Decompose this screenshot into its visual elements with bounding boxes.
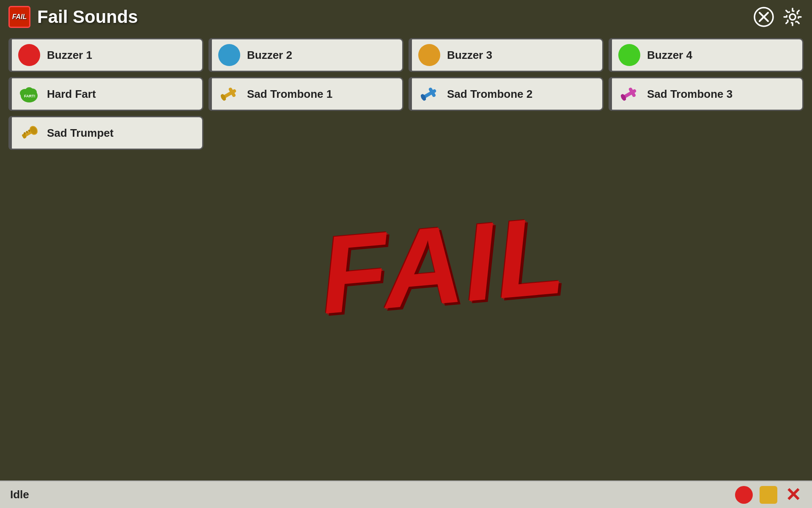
sadtrombone3-button[interactable]: Sad Trombone 3 — [609, 77, 804, 111]
sadtrombone3-label: Sad Trombone 3 — [647, 88, 732, 101]
status-text: Idle — [10, 488, 735, 501]
sadtrumpet-icon — [18, 122, 40, 144]
sadtrombone2-label: Sad Trombone 2 — [447, 88, 532, 101]
dismiss-button[interactable]: ✕ — [784, 486, 802, 504]
buzzer4-icon — [618, 44, 640, 66]
sadtrombone3-icon — [618, 83, 640, 105]
sadtrumpet-label: Sad Trumpet — [47, 127, 113, 140]
buzzer1-label: Buzzer 1 — [47, 49, 92, 62]
buzzer2-icon — [218, 44, 240, 66]
sadtrombone1-label: Sad Trombone 1 — [247, 88, 332, 101]
fail-display: FAIL — [316, 199, 570, 330]
play-button[interactable] — [735, 486, 753, 504]
status-bar: Idle ✕ — [0, 480, 812, 508]
hardfart-icon: FART! — [18, 83, 40, 105]
svg-point-8 — [25, 87, 33, 94]
buzzer3-label: Buzzer 3 — [447, 49, 492, 62]
buzzer2-button[interactable]: Buzzer 2 — [208, 38, 403, 72]
hardfart-label: Hard Fart — [47, 88, 96, 101]
sadtrombone1-button[interactable]: Sad Trombone 1 — [208, 77, 403, 111]
svg-text:FART!: FART! — [24, 94, 36, 98]
status-controls: ✕ — [735, 486, 802, 504]
sadtrumpet-button[interactable]: Sad Trumpet — [8, 116, 203, 150]
app-logo: FAIL — [8, 6, 30, 28]
buzzer1-icon — [18, 44, 40, 66]
buzzer1-button[interactable]: Buzzer 1 — [8, 38, 203, 72]
header: FAIL Fail Sounds — [0, 0, 812, 34]
svg-point-3 — [790, 14, 796, 20]
app-title: Fail Sounds — [37, 7, 138, 27]
sadtrombone2-button[interactable]: Sad Trombone 2 — [409, 77, 604, 111]
settings-button[interactable] — [782, 6, 804, 28]
header-controls — [753, 6, 804, 28]
sadtrombone2-icon — [418, 83, 440, 105]
buttons-grid: Buzzer 1 Buzzer 2 Buzzer 3 Buzzer 4 FART… — [0, 34, 812, 154]
buzzer3-icon — [418, 44, 440, 66]
stop-button[interactable] — [760, 486, 777, 504]
buzzer3-button[interactable]: Buzzer 3 — [409, 38, 604, 72]
hardfart-button[interactable]: FART! Hard Fart — [8, 77, 203, 111]
buzzer2-label: Buzzer 2 — [247, 49, 292, 62]
close-button[interactable] — [753, 6, 775, 28]
buzzer4-button[interactable]: Buzzer 4 — [609, 38, 804, 72]
buzzer4-label: Buzzer 4 — [647, 49, 692, 62]
sadtrombone1-icon — [218, 83, 240, 105]
